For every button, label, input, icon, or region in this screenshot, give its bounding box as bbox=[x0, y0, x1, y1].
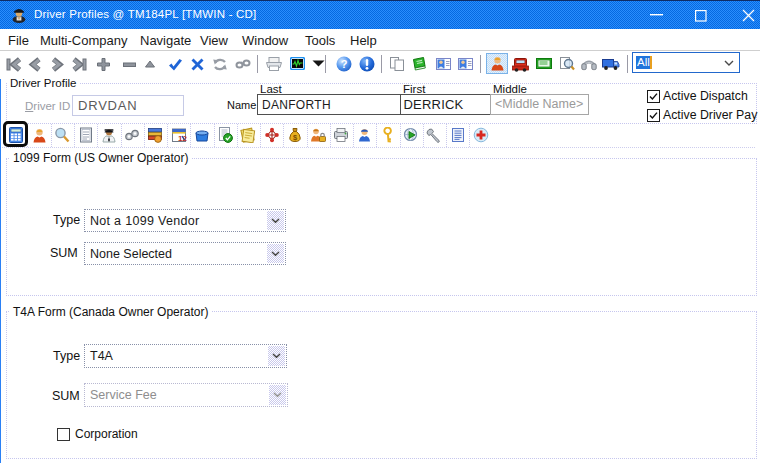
svg-text:?: ? bbox=[341, 58, 348, 70]
